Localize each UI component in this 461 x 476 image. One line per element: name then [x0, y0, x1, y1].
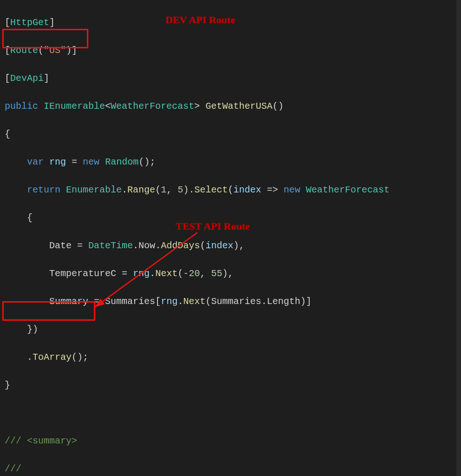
attr-route: Route	[10, 45, 38, 56]
xml-comment: /// <summary>	[5, 436, 77, 446]
attr-httpget: HttpGet	[10, 17, 49, 28]
scrollbar-track[interactable]	[456, 0, 461, 476]
code-editor[interactable]: [HttpGet] [Route("US")] [DevApi] public …	[0, 0, 461, 476]
attr-devapi: DevApi	[10, 73, 44, 84]
route-us-string: "US"	[44, 45, 66, 56]
method-getwatherusa: GetWatherUSA	[205, 101, 272, 112]
